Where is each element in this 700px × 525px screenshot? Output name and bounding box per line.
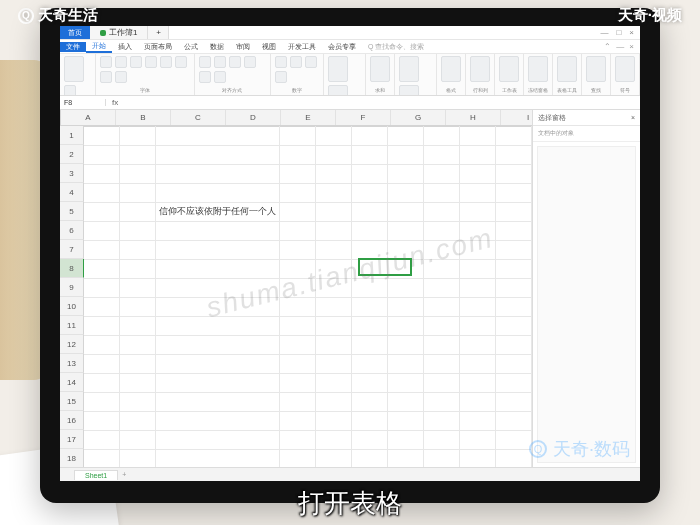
- cell-B16[interactable]: [120, 411, 156, 430]
- cell-I8[interactable]: [459, 259, 495, 278]
- row-header-7[interactable]: 7: [60, 240, 84, 259]
- format-button[interactable]: [441, 56, 461, 82]
- cell-J7[interactable]: [495, 240, 531, 259]
- cell-G16[interactable]: [388, 411, 424, 430]
- cell-B15[interactable]: [120, 392, 156, 411]
- row-header-3[interactable]: 3: [60, 164, 84, 183]
- cell-I9[interactable]: [459, 278, 495, 297]
- cell-G8[interactable]: [388, 259, 424, 278]
- cell-E18[interactable]: [316, 449, 352, 467]
- row-header-11[interactable]: 11: [60, 316, 84, 335]
- symbol-button[interactable]: [615, 56, 635, 82]
- menu-view[interactable]: 视图: [256, 42, 282, 52]
- add-sheet-button[interactable]: +: [122, 471, 126, 478]
- cell-G12[interactable]: [388, 335, 424, 354]
- cell-C5[interactable]: 信仰不应该依附于任何一个人: [156, 202, 280, 221]
- col-header-H[interactable]: H: [446, 110, 501, 125]
- cell-J15[interactable]: [495, 392, 531, 411]
- maximize-button[interactable]: □: [616, 28, 621, 37]
- cell-G14[interactable]: [388, 373, 424, 392]
- cell-D16[interactable]: [280, 411, 316, 430]
- find-button[interactable]: [586, 56, 606, 82]
- cell-G18[interactable]: [388, 449, 424, 467]
- valign-button[interactable]: [244, 56, 256, 68]
- cell-J10[interactable]: [495, 297, 531, 316]
- cell-J3[interactable]: [495, 164, 531, 183]
- cell-G4[interactable]: [388, 183, 424, 202]
- cell-B14[interactable]: [120, 373, 156, 392]
- table-tools-button[interactable]: [557, 56, 577, 82]
- cell-J18[interactable]: [495, 449, 531, 467]
- side-panel-close[interactable]: ×: [631, 114, 635, 121]
- cell-H3[interactable]: [424, 164, 460, 183]
- cell-A17[interactable]: [84, 430, 120, 449]
- cell-E17[interactable]: [316, 430, 352, 449]
- cell-C3[interactable]: [156, 164, 280, 183]
- font-button[interactable]: [100, 56, 112, 68]
- cell-H6[interactable]: [424, 221, 460, 240]
- cell-C7[interactable]: [156, 240, 280, 259]
- row-header-6[interactable]: 6: [60, 221, 84, 240]
- cell-I5[interactable]: [459, 202, 495, 221]
- cell-A10[interactable]: [84, 297, 120, 316]
- cell-H18[interactable]: [424, 449, 460, 467]
- menu-home[interactable]: 开始: [86, 41, 112, 53]
- cell-C11[interactable]: [156, 316, 280, 335]
- cell-H15[interactable]: [424, 392, 460, 411]
- cell-H5[interactable]: [424, 202, 460, 221]
- cell-H4[interactable]: [424, 183, 460, 202]
- cell-F9[interactable]: [352, 278, 388, 297]
- cell-G1[interactable]: [388, 126, 424, 145]
- cell-B18[interactable]: [120, 449, 156, 467]
- cell-J17[interactable]: [495, 430, 531, 449]
- cell-A14[interactable]: [84, 373, 120, 392]
- cell-C6[interactable]: [156, 221, 280, 240]
- cell-D6[interactable]: [280, 221, 316, 240]
- cell-A2[interactable]: [84, 145, 120, 164]
- menu-file[interactable]: 文件: [60, 42, 86, 52]
- cell-C13[interactable]: [156, 354, 280, 373]
- cell-B11[interactable]: [120, 316, 156, 335]
- cell-C4[interactable]: [156, 183, 280, 202]
- cell-B10[interactable]: [120, 297, 156, 316]
- cell-G15[interactable]: [388, 392, 424, 411]
- cell-C18[interactable]: [156, 449, 280, 467]
- cell-F15[interactable]: [352, 392, 388, 411]
- cell-E15[interactable]: [316, 392, 352, 411]
- cell-F1[interactable]: [352, 126, 388, 145]
- fx-label[interactable]: fx: [106, 98, 124, 107]
- row-header-16[interactable]: 16: [60, 411, 84, 430]
- cell-H12[interactable]: [424, 335, 460, 354]
- cell-F11[interactable]: [352, 316, 388, 335]
- cell-J8[interactable]: [495, 259, 531, 278]
- cell-C14[interactable]: [156, 373, 280, 392]
- cell-E7[interactable]: [316, 240, 352, 259]
- cell-F3[interactable]: [352, 164, 388, 183]
- worksheet-button[interactable]: [499, 56, 519, 82]
- cell-A9[interactable]: [84, 278, 120, 297]
- cell-B3[interactable]: [120, 164, 156, 183]
- menu-layout[interactable]: 页面布局: [138, 42, 178, 52]
- cell-B7[interactable]: [120, 240, 156, 259]
- cell-F13[interactable]: [352, 354, 388, 373]
- cell-J1[interactable]: [495, 126, 531, 145]
- cell-H1[interactable]: [424, 126, 460, 145]
- cell-B8[interactable]: [120, 259, 156, 278]
- wrap-button[interactable]: [199, 71, 211, 83]
- cell-G5[interactable]: [388, 202, 424, 221]
- cell-I1[interactable]: [459, 126, 495, 145]
- collapse-ribbon-icon[interactable]: ⌃: [604, 42, 611, 51]
- cell-F10[interactable]: [352, 297, 388, 316]
- minimize-button[interactable]: —: [600, 28, 608, 37]
- cell-B4[interactable]: [120, 183, 156, 202]
- col-header-I[interactable]: I: [501, 110, 532, 125]
- cell-F12[interactable]: [352, 335, 388, 354]
- cell-F18[interactable]: [352, 449, 388, 467]
- cell-J4[interactable]: [495, 183, 531, 202]
- new-tab-button[interactable]: +: [148, 26, 169, 39]
- fontsize-button[interactable]: [160, 56, 172, 68]
- cell-A1[interactable]: [84, 126, 120, 145]
- cell-E8[interactable]: [316, 259, 352, 278]
- cell-B17[interactable]: [120, 430, 156, 449]
- comma-button[interactable]: [305, 56, 317, 68]
